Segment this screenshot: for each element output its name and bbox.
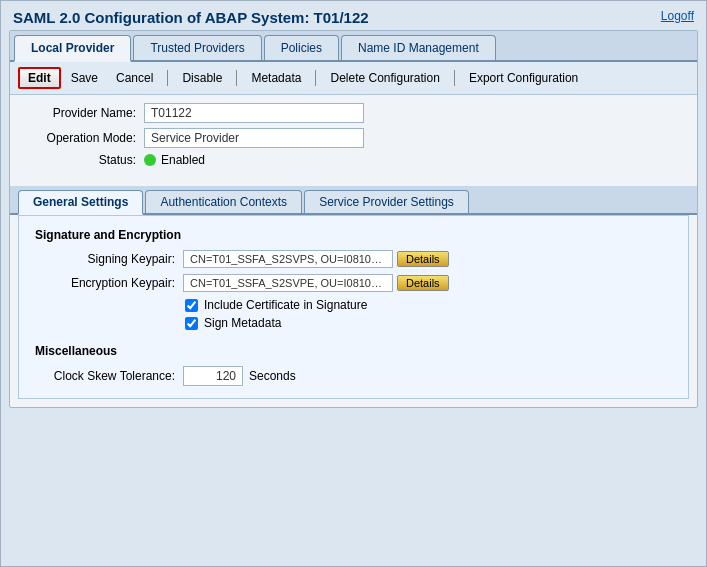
tab-service-provider-settings[interactable]: Service Provider Settings: [304, 190, 469, 213]
sign-metadata-row: Sign Metadata: [185, 316, 672, 330]
cancel-button[interactable]: Cancel: [108, 69, 161, 87]
provider-name-row: Provider Name: T01122: [26, 103, 681, 123]
status-label: Status:: [26, 153, 136, 167]
signature-section-title: Signature and Encryption: [35, 228, 672, 242]
metadata-button[interactable]: Metadata: [243, 69, 309, 87]
separator-3: [315, 70, 316, 86]
include-cert-row: Include Certificate in Signature: [185, 298, 672, 312]
tab-authentication-contexts[interactable]: Authentication Contexts: [145, 190, 302, 213]
include-cert-checkbox[interactable]: [185, 299, 198, 312]
seconds-label: Seconds: [249, 369, 296, 383]
tab-name-id-management[interactable]: Name ID Management: [341, 35, 496, 60]
page-title: SAML 2.0 Configuration of ABAP System: T…: [9, 9, 698, 26]
status-row: Status: Enabled: [26, 153, 681, 167]
encryption-keypair-row: Encryption Keypair: CN=T01_SSFA_S2SVPE, …: [35, 274, 672, 292]
clock-skew-label: Clock Skew Tolerance:: [35, 369, 175, 383]
status-value: Enabled: [161, 153, 205, 167]
include-cert-label: Include Certificate in Signature: [204, 298, 367, 312]
operation-mode-label: Operation Mode:: [26, 131, 136, 145]
clock-skew-row: Clock Skew Tolerance: Seconds: [35, 366, 672, 386]
misc-section-title: Miscellaneous: [35, 344, 672, 358]
sign-metadata-checkbox[interactable]: [185, 317, 198, 330]
separator-1: [167, 70, 168, 86]
save-button[interactable]: Save: [63, 69, 106, 87]
provider-name-value: T01122: [144, 103, 364, 123]
outer-container: SAML 2.0 Configuration of ABAP System: T…: [0, 0, 707, 567]
tab-policies[interactable]: Policies: [264, 35, 339, 60]
main-panel: Local Provider Trusted Providers Policie…: [9, 30, 698, 408]
tab-local-provider[interactable]: Local Provider: [14, 35, 131, 62]
status-dot: [144, 154, 156, 166]
content-panel: Signature and Encryption Signing Keypair…: [18, 215, 689, 399]
misc-section: Miscellaneous Clock Skew Tolerance: Seco…: [35, 344, 672, 386]
signing-details-button[interactable]: Details: [397, 251, 449, 267]
signing-keypair-row: Signing Keypair: CN=T01_SSFA_S2SVPS, OU=…: [35, 250, 672, 268]
separator-4: [454, 70, 455, 86]
clock-skew-input[interactable]: [183, 366, 243, 386]
operation-mode-row: Operation Mode: Service Provider: [26, 128, 681, 148]
disable-button[interactable]: Disable: [174, 69, 230, 87]
tab-trusted-providers[interactable]: Trusted Providers: [133, 35, 261, 60]
export-button[interactable]: Export Configuration: [461, 69, 586, 87]
logoff-link[interactable]: Logoff: [661, 9, 694, 23]
edit-button[interactable]: Edit: [18, 67, 61, 89]
delete-button[interactable]: Delete Configuration: [322, 69, 447, 87]
encryption-keypair-value: CN=T01_SSFA_S2SVPE, OU=I0810001247,: [183, 274, 393, 292]
main-tabs-row: Local Provider Trusted Providers Policie…: [10, 31, 697, 62]
operation-mode-value: Service Provider: [144, 128, 364, 148]
sign-metadata-label: Sign Metadata: [204, 316, 281, 330]
signing-keypair-label: Signing Keypair:: [35, 252, 175, 266]
encryption-keypair-label: Encryption Keypair:: [35, 276, 175, 290]
signing-keypair-value: CN=T01_SSFA_S2SVPS, OU=I0810001247,: [183, 250, 393, 268]
tab-general-settings[interactable]: General Settings: [18, 190, 143, 215]
inner-tabs-row: General Settings Authentication Contexts…: [10, 186, 697, 215]
separator-2: [236, 70, 237, 86]
encryption-details-button[interactable]: Details: [397, 275, 449, 291]
fields-area: Provider Name: T01122 Operation Mode: Se…: [10, 95, 697, 180]
toolbar: Edit Save Cancel Disable Metadata Delete…: [10, 62, 697, 95]
provider-name-label: Provider Name:: [26, 106, 136, 120]
